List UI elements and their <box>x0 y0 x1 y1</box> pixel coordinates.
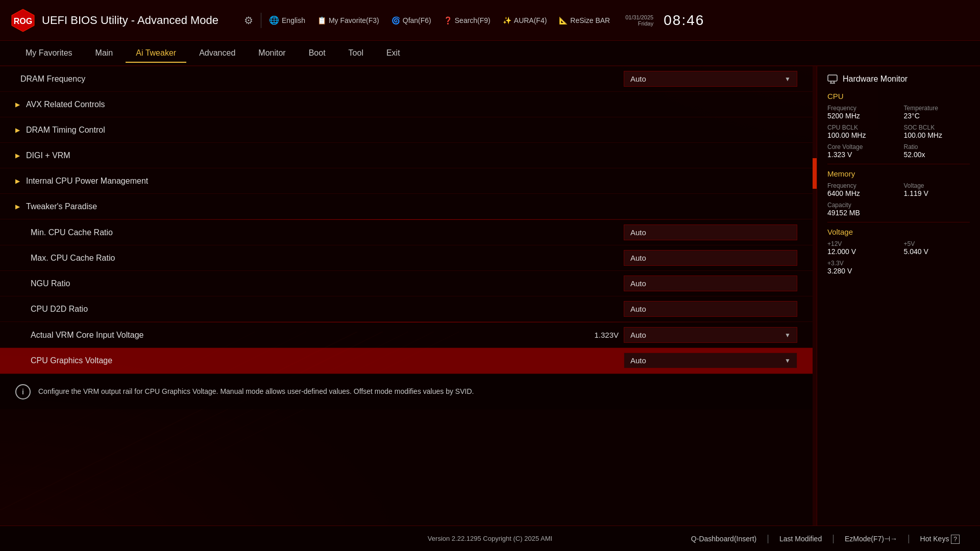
search-tool[interactable]: ❓ Search(F9) <box>438 14 496 27</box>
q-dashboard-button[interactable]: Q-Dashboard(Insert) <box>681 531 767 547</box>
star-icon: 📋 <box>317 16 326 24</box>
aura-icon: ✨ <box>503 16 511 24</box>
resizebar-tool[interactable]: 📐 ReSize BAR <box>554 14 615 27</box>
dram-frequency-dropdown[interactable]: Auto ▼ <box>624 71 797 87</box>
dram-timing-row[interactable]: ▶ DRAM Timing Control <box>0 117 813 143</box>
hotkeys-button[interactable]: Hot Keys ? <box>910 531 970 547</box>
scroll-thumb[interactable] <box>813 158 817 189</box>
ngu-ratio-row[interactable]: NGU Ratio Auto <box>0 271 813 296</box>
hw-monitor-title: Hardware Monitor <box>827 74 970 84</box>
tab-monitor[interactable]: Monitor <box>248 44 296 62</box>
cpu-graphics-voltage-row[interactable]: CPU Graphics Voltage Auto ▼ <box>0 348 813 373</box>
hw-soc-bclk-value: 100.00 MHz <box>904 131 970 139</box>
dram-frequency-option: Auto <box>630 74 646 83</box>
scrollbar[interactable] <box>813 66 817 525</box>
hw-cpu-temp-value: 23°C <box>904 112 970 120</box>
hw-5v-label: +5V <box>904 240 970 247</box>
cpu-graphics-dropdown-arrow-icon: ▼ <box>785 357 791 364</box>
min-cpu-cache-ratio-value[interactable]: Auto <box>624 224 797 240</box>
aura-label: AURA(F4) <box>514 16 547 24</box>
hw-mem-voltage-label: Voltage <box>904 182 970 189</box>
hw-memory-grid: Frequency 6400 MHz Voltage 1.119 V Capac… <box>827 182 970 217</box>
max-cpu-cache-ratio-label: Max. CPU Cache Ratio <box>31 254 624 263</box>
hw-volt-item-1: +12V 12.000 V <box>827 240 894 256</box>
hw-cpu-grid: Frequency 5200 MHz Temperature 23°C CPU … <box>827 105 970 159</box>
dram-frequency-value[interactable]: Auto ▼ <box>624 71 797 87</box>
vrm-core-input-option: Auto <box>630 331 646 339</box>
footer-buttons: Q-Dashboard(Insert) | Last Modified | Ez… <box>681 531 980 547</box>
dram-frequency-row[interactable]: DRAM Frequency Auto ▼ <box>0 66 813 92</box>
avx-controls-label: AVX Related Controls <box>26 100 105 109</box>
max-cpu-cache-ratio-row[interactable]: Max. CPU Cache Ratio Auto <box>0 245 813 271</box>
ngu-ratio-label: NGU Ratio <box>31 279 624 288</box>
hw-mem-item-3: Capacity 49152 MB <box>827 202 894 217</box>
settings-gear-icon[interactable]: ⚙ <box>244 14 253 27</box>
vrm-core-input-voltage-value[interactable]: 1.323V Auto ▼ <box>578 327 797 343</box>
cpu-d2d-ratio-row[interactable]: CPU D2D Ratio Auto <box>0 296 813 322</box>
cpu-d2d-ratio-dropdown[interactable]: Auto <box>624 301 797 317</box>
aura-tool[interactable]: ✨ AURA(F4) <box>498 14 552 27</box>
info-icon: i <box>15 384 31 399</box>
tab-ai-tweaker[interactable]: Ai Tweaker <box>126 44 186 63</box>
tab-tool[interactable]: Tool <box>338 44 374 62</box>
dram-timing-label: DRAM Timing Control <box>26 126 105 135</box>
ngu-ratio-value[interactable]: Auto <box>624 276 797 291</box>
bios-title: UEFI BIOS Utility - Advanced Mode <box>42 14 218 27</box>
cpu-power-mgmt-label: Internal CPU Power Management <box>26 177 148 186</box>
favorites-label: My Favorite(F3) <box>329 16 379 24</box>
favorites-tool[interactable]: 📋 My Favorite(F3) <box>312 14 384 27</box>
hw-mem-voltage-value: 1.119 V <box>904 189 970 197</box>
hw-mem-capacity-value: 49152 MB <box>827 209 894 217</box>
tab-advanced[interactable]: Advanced <box>189 44 246 62</box>
hw-cpu-item-5: Core Voltage 1.323 V <box>827 143 894 159</box>
hw-cpu-item-2: Temperature 23°C <box>904 105 970 120</box>
hw-cpu-item-6: Ratio 52.00x <box>904 143 970 159</box>
avx-controls-row[interactable]: ▶ AVX Related Controls <box>0 92 813 117</box>
hw-12v-label: +12V <box>827 240 894 247</box>
hw-cpu-bclk-value: 100.00 MHz <box>827 131 894 139</box>
vrm-core-input-dropdown[interactable]: Auto ▼ <box>624 327 797 343</box>
min-cpu-cache-ratio-row[interactable]: Min. CPU Cache Ratio Auto <box>0 220 813 245</box>
cpu-graphics-voltage-value[interactable]: Auto ▼ <box>624 353 797 368</box>
digi-vrm-label: DIGI + VRM <box>26 151 70 160</box>
tweakers-paradise-row[interactable]: ▶ Tweaker's Paradise <box>0 194 813 219</box>
info-text: Configure the VRM output rail for CPU Gr… <box>38 386 474 397</box>
tweakers-paradise-label: Tweaker's Paradise <box>26 202 97 211</box>
search-icon: ❓ <box>444 16 452 24</box>
last-modified-button[interactable]: Last Modified <box>769 531 832 547</box>
ngu-ratio-dropdown[interactable]: Auto <box>624 276 797 291</box>
hw-33v-label: +3.3V <box>827 260 894 267</box>
qfan-tool[interactable]: 🌀 Qfan(F6) <box>386 14 436 27</box>
tab-exit[interactable]: Exit <box>376 44 410 62</box>
hw-core-voltage-label: Core Voltage <box>827 143 894 151</box>
cpu-power-mgmt-row[interactable]: ▶ Internal CPU Power Management <box>0 168 813 194</box>
vrm-core-voltage-badge: 1.323V <box>578 331 619 339</box>
vrm-dropdown-arrow-icon: ▼ <box>785 332 791 339</box>
tab-main[interactable]: Main <box>85 44 124 62</box>
hw-monitor-title-text: Hardware Monitor <box>843 74 908 84</box>
header-divider-1 <box>261 13 261 28</box>
min-cpu-cache-ratio-dropdown[interactable]: Auto <box>624 224 797 240</box>
expand-arrow-icon-3: ▶ <box>15 152 20 159</box>
digi-vrm-row[interactable]: ▶ DIGI + VRM <box>0 143 813 168</box>
info-section: i Configure the VRM output rail for CPU … <box>0 373 813 409</box>
tab-boot[interactable]: Boot <box>299 44 336 62</box>
expand-arrow-icon: ▶ <box>15 101 20 108</box>
tab-my-favorites[interactable]: My Favorites <box>15 44 83 62</box>
cpu-graphics-voltage-dropdown[interactable]: Auto ▼ <box>624 353 797 368</box>
search-label: Search(F9) <box>455 16 491 24</box>
hw-ratio-value: 52.00x <box>904 151 970 159</box>
max-cpu-cache-ratio-value[interactable]: Auto <box>624 250 797 266</box>
cpu-d2d-ratio-value[interactable]: Auto <box>624 301 797 317</box>
hw-cpu-item-4: SOC BCLK 100.00 MHz <box>904 124 970 139</box>
resizebar-label: ReSize BAR <box>570 16 610 24</box>
fan-icon: 🌀 <box>391 16 400 24</box>
language-label: English <box>282 16 305 24</box>
datetime-display: 01/31/2025 Friday <box>625 14 653 27</box>
main-layout: DRAM Frequency Auto ▼ ▶ AVX Related Cont… <box>0 66 980 525</box>
vrm-core-input-voltage-row[interactable]: Actual VRM Core Input Voltage 1.323V Aut… <box>0 322 813 348</box>
language-tool[interactable]: 🌐 English <box>264 13 310 27</box>
ezmode-button[interactable]: EzMode(F7)⊣→ <box>835 531 908 547</box>
hw-voltage-grid: +12V 12.000 V +5V 5.040 V +3.3V 3.280 V <box>827 240 970 275</box>
max-cpu-cache-ratio-dropdown[interactable]: Auto <box>624 250 797 266</box>
